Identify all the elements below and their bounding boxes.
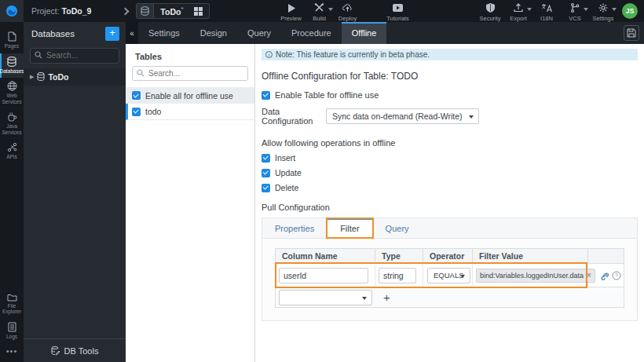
entity-tab-bar: « Settings Design Query Procedure Offlin… [126,22,644,44]
top-bar: Project:ToDo_9 ToDo* Preview Build Deplo… [0,0,644,22]
search-icon [35,51,42,59]
pull-tab-filter[interactable]: Filter [327,218,372,238]
insert-checkbox[interactable] [262,154,270,163]
tables-title: Tables [135,52,245,61]
rail-item-web-services[interactable]: Web Services [0,78,24,108]
modified-marker: * [181,5,183,13]
tables-panel: Tables Enable all for offline use todo [126,44,255,362]
database-search-input[interactable] [30,48,119,64]
new-column-select[interactable] [279,290,372,305]
tutorials-button[interactable]: Tutorials [384,1,412,22]
i18n-button[interactable]: I18N [532,1,561,22]
rail-item-pages[interactable]: Pages [0,28,24,53]
coffee-icon [7,112,17,122]
breadcrumb[interactable]: ToDo* [136,3,209,19]
database-icon [137,4,154,18]
database-tree-item-todo[interactable]: ▶ ToDo [24,68,126,86]
tab-settings[interactable]: Settings [138,22,190,44]
rail-item-java-services[interactable]: Java Services [0,108,24,139]
delete-row-icon[interactable]: × [603,269,609,281]
breadcrumb-entity: ToDo* [154,5,188,16]
tab-procedure[interactable]: Procedure [281,22,342,44]
filter-row: EQUALS bind:Variables.loggedInUser.data … [275,264,624,287]
table-row-todo[interactable]: todo [126,104,254,120]
pull-config-heading: Pull Configuration [262,203,638,212]
branch-icon [570,3,580,13]
log-icon [8,322,16,332]
preview-button[interactable]: Preview [277,1,306,22]
delete-checkbox[interactable] [262,184,270,192]
globe-icon [7,81,17,91]
todo-checkbox[interactable] [132,108,141,116]
export-button[interactable]: Export [504,1,532,22]
build-button[interactable]: Build [306,1,334,22]
grid-menu-icon[interactable] [188,7,209,16]
translate-icon [541,3,552,13]
left-rail: Pages Databases Web Services Java Servic… [0,22,24,362]
page-icon [8,31,16,42]
deploy-button[interactable]: Deploy [334,1,362,22]
user-avatar[interactable]: JS [622,3,638,19]
caret-down-icon [584,8,588,11]
info-icon: i [265,51,273,58]
rail-item-apis[interactable]: APIs [0,139,24,164]
databases-sidebar: Databases + ▶ ToDo DB Tools [24,22,126,362]
update-checkbox[interactable] [262,169,270,177]
settings-button[interactable]: Settings [589,1,617,22]
caret-down-icon [527,8,532,11]
vcs-button[interactable]: VCS [561,1,589,22]
caret-down-icon [328,8,333,11]
security-button[interactable]: Security [476,1,504,22]
pull-tab-query[interactable]: Query [373,218,422,238]
tab-query[interactable]: Query [237,22,281,44]
type-input[interactable] [379,268,416,283]
more-options-button[interactable]: ••• [0,343,24,362]
save-icon [627,28,636,38]
rail-item-logs[interactable]: Logs [0,319,24,344]
add-filter-button[interactable]: + [383,291,390,303]
enable-all-row[interactable]: Enable all for offline use [126,87,254,104]
page-title: Offline Configuration for Table: TODO [262,71,638,82]
expand-caret-icon[interactable]: ▶ [30,74,34,80]
play-icon [287,3,295,13]
folder-icon [7,293,17,302]
offline-config-panel: i Note: This feature is currently in bet… [255,44,644,362]
collapse-sidebar-button[interactable]: « [126,22,138,44]
breadcrumb-chevron-icon [122,7,130,15]
enable-all-checkbox[interactable] [132,91,141,100]
wavemaker-logo-icon [5,5,18,17]
rail-item-file-explorer[interactable]: File Explorer [0,290,24,319]
tables-search-input[interactable] [132,66,248,81]
database-icon [37,72,45,81]
data-config-select[interactable]: Sync data on-demand (Read-Write) [326,108,479,124]
tab-offline[interactable]: Offline [342,22,387,44]
search-icon [137,69,145,77]
caret-down-icon [612,8,617,11]
sidebar-title: Databases [31,29,75,38]
filter-table: Column Name Type Operator Filter Value [275,248,624,308]
project-name: ToDo_9 [62,6,92,16]
cloud-upload-icon [342,3,353,13]
rail-item-databases[interactable]: Databases [0,53,24,79]
filter-table-header: Column Name Type Operator Filter Value [275,248,624,264]
column-name-input[interactable] [279,268,368,283]
filter-value-chip[interactable]: bind:Variables.loggedInUser.data × [476,269,595,283]
pull-config-panel: Properties Filter Query Column Name Type… [262,218,638,321]
export-icon [514,3,523,13]
tab-design[interactable]: Design [190,22,237,44]
api-icon [7,142,17,152]
filter-table-footer: + [275,287,624,308]
save-button[interactable] [624,25,639,41]
operator-select[interactable]: EQUALS [427,268,470,283]
project-label: Project:ToDo_9 [31,6,91,16]
pull-tab-properties[interactable]: Properties [262,218,327,238]
enable-table-checkbox[interactable] [262,91,270,100]
database-icon [7,57,16,67]
add-database-button[interactable]: + [105,27,119,41]
operations-heading: Allow following operations in offline [262,138,638,148]
gear-icon [598,3,608,13]
db-tools-button[interactable]: DB Tools [24,338,126,362]
shield-icon [486,3,495,13]
db-tools-icon [51,346,60,356]
app-logo[interactable] [0,0,24,22]
